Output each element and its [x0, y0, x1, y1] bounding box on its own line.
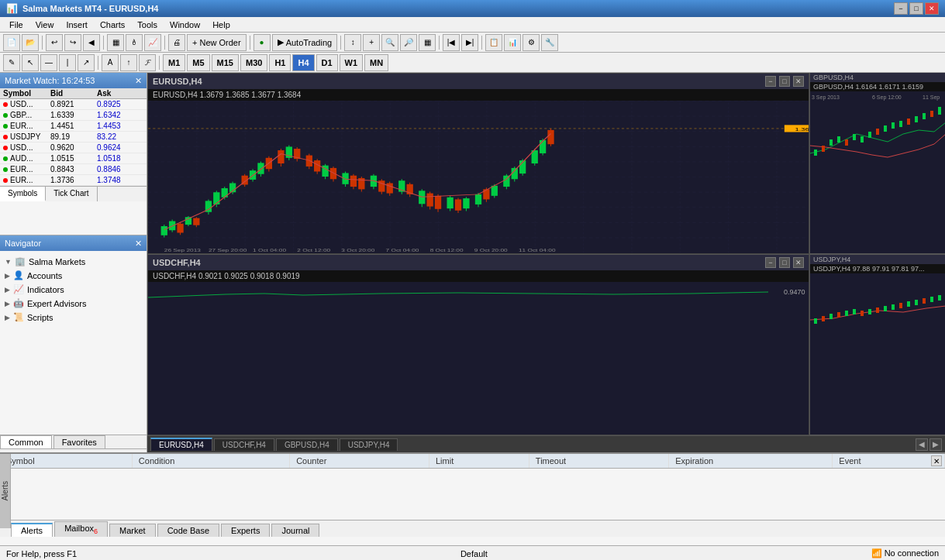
market-watch-row[interactable]: GBP... 1.6339 1.6342 — [0, 110, 147, 121]
minimize-button[interactable]: − — [894, 2, 908, 15]
bar-chart-button[interactable]: ▦ — [107, 34, 124, 51]
vline-button[interactable]: | — [59, 54, 76, 71]
tf-h4[interactable]: H4 — [292, 54, 314, 71]
tf-m15[interactable]: M15 — [212, 54, 239, 71]
bottom-tab-alerts[interactable]: Alerts — [11, 523, 53, 537]
chart-maximize-btn[interactable]: □ — [779, 76, 790, 87]
properties-button[interactable]: 🔧 — [541, 34, 558, 51]
template-button[interactable]: 📋 — [485, 34, 502, 51]
arrow-button[interactable]: ↑ — [120, 54, 137, 71]
market-watch-row[interactable]: EUR... 1.4451 1.4453 — [0, 121, 147, 132]
shift-button[interactable]: |◀ — [443, 34, 460, 51]
indicators-button[interactable]: 📊 — [504, 34, 521, 51]
tab-tick-chart[interactable]: Tick Chart — [46, 187, 97, 201]
svg-rect-128 — [930, 111, 933, 117]
chart-tab-bar: EURUSD,H4 USDCHF,H4 GBPUSD,H4 USDJPY,H4 … — [147, 435, 945, 452]
chart-close-btn[interactable]: ✕ — [793, 76, 804, 87]
tab-symbols[interactable]: Symbols — [0, 187, 46, 201]
tf-d1[interactable]: D1 — [316, 54, 338, 71]
tf-h1[interactable]: H1 — [269, 54, 291, 71]
usdchf-maximize-btn[interactable]: □ — [779, 257, 790, 268]
green-circle-button[interactable]: ● — [253, 34, 271, 51]
market-watch-row[interactable]: EUR... 0.8843 0.8846 — [0, 164, 147, 175]
chart-tab-next[interactable]: ▶ — [929, 438, 942, 451]
line-chart-button[interactable]: 📈 — [144, 34, 161, 51]
bottom-tab-mailbox[interactable]: Mailbox6 — [54, 521, 108, 537]
pointer-button[interactable]: ↖ — [22, 54, 39, 71]
market-watch-row[interactable]: EUR... 1.3736 1.3748 — [0, 175, 147, 186]
tf-m5[interactable]: M5 — [187, 54, 209, 71]
chart-minimize-btn[interactable]: − — [765, 76, 776, 87]
chart-tab-usdchf[interactable]: USDCHF,H4 — [214, 438, 274, 451]
candlestick-button[interactable]: 🕯 — [126, 34, 143, 51]
usdjpy-mini-chart[interactable]: USDJPY,H4 USDJPY,H4 97.88 97.91 97.81 97… — [810, 254, 945, 436]
chart-tab-gbpusd[interactable]: GBPUSD,H4 — [276, 438, 338, 451]
menu-file[interactable]: File — [3, 19, 29, 31]
chart-tab-prev[interactable]: ◀ — [916, 438, 928, 451]
period-button[interactable]: ▦ — [419, 34, 436, 51]
maximize-button[interactable]: □ — [909, 2, 923, 15]
bottom-tab-codebase[interactable]: Code Base — [157, 524, 219, 537]
nav-group-indicators[interactable]: ▶ 📈 Indicators — [0, 283, 147, 296]
symbol-cell: AUD... — [3, 154, 50, 163]
chart-tab-eurusd[interactable]: EURUSD,H4 — [150, 438, 212, 451]
bottom-tab-journal[interactable]: Journal — [271, 524, 319, 537]
gbpusd-mini-chart[interactable]: GBPUSD,H4 GBPUSD,H4 1.6164 1.6171 1.6159 — [810, 73, 945, 254]
market-watch-row[interactable]: USD... 0.9620 0.9624 — [0, 143, 147, 153]
market-watch-close[interactable]: ✕ — [135, 76, 142, 86]
hline-button[interactable]: — — [40, 54, 57, 71]
back-button[interactable]: ◀ — [83, 34, 100, 51]
nav-group-accounts[interactable]: ▶ 👤 Accounts — [0, 269, 147, 282]
charts-area: EURUSD,H4 − □ ✕ EURUSD,H4 1.3679 1.3685 … — [147, 73, 945, 435]
fib-button[interactable]: 𝓕 — [139, 54, 156, 71]
tf-mn[interactable]: MN — [364, 54, 388, 71]
svg-rect-135 — [822, 316, 825, 321]
new-order-button[interactable]: + New Order — [187, 34, 247, 51]
tab-favorites[interactable]: Favorites — [53, 435, 105, 448]
bottom-tab-experts[interactable]: Experts — [221, 524, 270, 537]
bid-cell: 1.0515 — [50, 154, 97, 163]
market-watch-row[interactable]: USDJPY 89.19 83.22 — [0, 132, 147, 143]
zoom-in-button[interactable]: 🔍 — [381, 34, 398, 51]
forward-button[interactable]: ↪ — [64, 34, 81, 51]
zoom-out-button[interactable]: 🔎 — [400, 34, 417, 51]
nav-group-experts[interactable]: ▶ 🤖 Expert Advisors — [0, 297, 147, 310]
usdchf-minimize-btn[interactable]: − — [765, 257, 776, 268]
usdchf-chart[interactable]: USDCHF,H4 − □ ✕ USDCHF,H4 0.9021 0.9025 … — [147, 254, 809, 435]
menu-window[interactable]: Window — [164, 19, 206, 31]
ask-cell: 1.4453 — [97, 122, 143, 130]
auto-trading-button[interactable]: ▶ AutoTrading — [272, 34, 338, 51]
tf-m30[interactable]: M30 — [240, 54, 267, 71]
usdchf-close-btn[interactable]: ✕ — [793, 257, 804, 268]
market-watch-row[interactable]: AUD... 1.0515 1.0518 — [0, 153, 147, 164]
menu-charts[interactable]: Charts — [94, 19, 131, 31]
chart-tab-usdjpy[interactable]: USDJPY,H4 — [340, 438, 398, 451]
undo-button[interactable]: ↩ — [46, 34, 63, 51]
menu-help[interactable]: Help — [206, 19, 236, 31]
market-watch-row[interactable]: USD... 0.8921 0.8925 — [0, 99, 147, 110]
draw-button[interactable]: ✎ — [3, 54, 20, 71]
nav-group-salma[interactable]: ▼ 🏢 Salma Markets — [0, 255, 147, 268]
print-button[interactable]: 🖨 — [168, 34, 185, 51]
text-button[interactable]: A — [102, 54, 119, 71]
tab-common[interactable]: Common — [0, 435, 52, 448]
new-chart-button[interactable]: 📄 — [3, 34, 20, 51]
tf-m1[interactable]: M1 — [163, 54, 185, 71]
trend-button[interactable]: ↗ — [78, 54, 95, 71]
eurusd-chart[interactable]: EURUSD,H4 − □ ✕ EURUSD,H4 1.3679 1.3685 … — [147, 73, 809, 254]
toolbar-separator — [42, 36, 43, 50]
nav-group-scripts[interactable]: ▶ 📜 Scripts — [0, 311, 147, 324]
autoscroll-button[interactable]: ▶| — [461, 34, 478, 51]
experts-button[interactable]: ⚙ — [523, 34, 540, 51]
bottom-panel-close[interactable]: ✕ — [931, 455, 942, 466]
tf-w1[interactable]: W1 — [340, 54, 364, 71]
cursor-button[interactable]: ↕ — [344, 34, 361, 51]
close-button[interactable]: ✕ — [925, 2, 939, 15]
navigator-close[interactable]: ✕ — [135, 239, 142, 249]
menu-insert[interactable]: Insert — [60, 19, 94, 31]
crosshair-button[interactable]: + — [363, 34, 380, 51]
open-button[interactable]: 📂 — [22, 34, 39, 51]
menu-tools[interactable]: Tools — [131, 19, 164, 31]
menu-view[interactable]: View — [29, 19, 60, 31]
bottom-tab-market[interactable]: Market — [109, 524, 156, 537]
